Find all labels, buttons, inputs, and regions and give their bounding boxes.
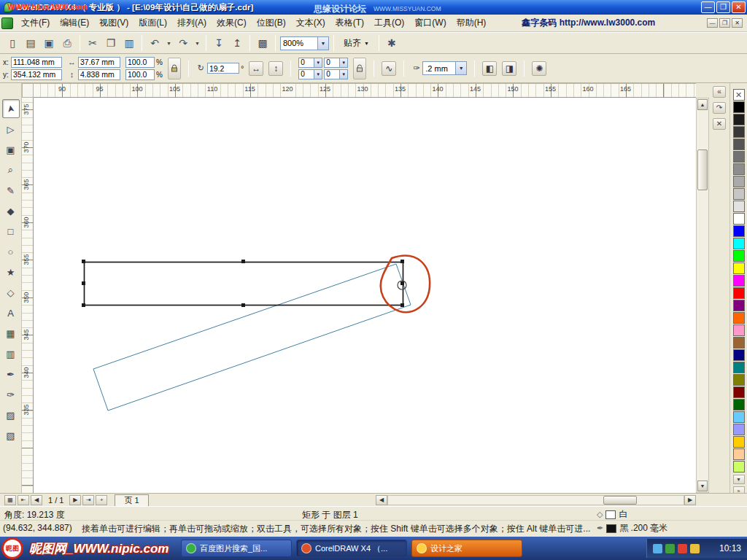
rotation-angle-input[interactable] bbox=[207, 63, 239, 74]
crop-tool[interactable]: ▣ bbox=[2, 140, 20, 159]
fill-tool[interactable]: ▨ bbox=[2, 405, 20, 424]
color-swatch[interactable] bbox=[733, 238, 745, 249]
cut-button[interactable]: ✂ bbox=[85, 35, 101, 51]
teardrop-shape[interactable] bbox=[381, 256, 430, 312]
new-button[interactable]: ▯ bbox=[4, 35, 20, 51]
color-swatch[interactable] bbox=[733, 101, 745, 113]
menu-item[interactable]: 版面(L) bbox=[133, 15, 172, 31]
undo-dropdown[interactable]: ▼ bbox=[165, 35, 173, 51]
previous-page-button[interactable]: ◀ bbox=[31, 495, 42, 505]
options-button[interactable]: ✱ bbox=[384, 35, 400, 51]
zoom-level-combo[interactable]: ▼ bbox=[280, 36, 329, 50]
taskbar-button[interactable]: 百度图片搜索_国... bbox=[181, 540, 292, 557]
object-height-input[interactable] bbox=[78, 69, 120, 80]
docker-roll-button[interactable]: ↷ bbox=[713, 102, 726, 114]
edit-text-button[interactable]: ◨ bbox=[502, 61, 516, 76]
smart-fill-tool[interactable]: ◆ bbox=[2, 201, 20, 220]
outline-width-dropdown-icon[interactable]: ▼ bbox=[455, 62, 466, 74]
redo-button[interactable]: ↷ bbox=[175, 35, 191, 51]
menu-item[interactable]: 工具(O) bbox=[369, 15, 409, 31]
zoom-dropdown-icon[interactable]: ▼ bbox=[317, 37, 328, 50]
snap-dropdown[interactable]: 贴齐 ▼ bbox=[338, 35, 374, 51]
tray-icon[interactable] bbox=[690, 544, 700, 553]
color-swatch[interactable] bbox=[733, 250, 745, 262]
import-button[interactable]: ↧ bbox=[211, 35, 227, 51]
menu-item[interactable]: 视图(V) bbox=[94, 15, 133, 31]
color-swatch[interactable] bbox=[733, 275, 745, 287]
corner-br-spinner[interactable]: ▼ bbox=[339, 70, 347, 79]
color-swatch[interactable] bbox=[733, 287, 745, 299]
taskbar-button[interactable]: CorelDRAW X4 （... bbox=[296, 540, 407, 557]
corner-tr-input[interactable] bbox=[325, 58, 339, 67]
object-width-input[interactable] bbox=[78, 57, 120, 68]
color-swatch[interactable] bbox=[733, 362, 745, 373]
color-swatch[interactable] bbox=[733, 312, 745, 324]
polygon-tool[interactable]: ★ bbox=[2, 262, 20, 281]
no-color-swatch[interactable] bbox=[733, 89, 745, 101]
open-button[interactable]: ▤ bbox=[23, 35, 39, 51]
next-page-button[interactable]: ▶ bbox=[69, 495, 81, 505]
rectangle-tool[interactable]: □ bbox=[2, 222, 20, 241]
save-button[interactable]: ▣ bbox=[41, 35, 57, 51]
add-page-button[interactable]: + bbox=[96, 495, 107, 505]
tray-icon[interactable] bbox=[678, 544, 687, 553]
outline-pen-tool[interactable]: ✑ bbox=[2, 385, 20, 404]
x-position-input[interactable] bbox=[11, 57, 62, 68]
ruler-origin-box[interactable] bbox=[22, 83, 34, 98]
corner-bl-input[interactable] bbox=[299, 70, 314, 79]
menu-item[interactable]: 表格(T) bbox=[330, 15, 369, 31]
scale-lock-button[interactable] bbox=[168, 58, 181, 79]
outline-width-combo[interactable]: ▼ bbox=[422, 61, 467, 75]
tray-icon[interactable] bbox=[665, 544, 675, 553]
close-button[interactable]: ✕ bbox=[732, 1, 746, 13]
color-swatch[interactable] bbox=[733, 399, 745, 411]
color-swatch[interactable] bbox=[733, 324, 745, 336]
corner-tl-spinner[interactable]: ▼ bbox=[314, 58, 322, 67]
menu-item[interactable]: 文本(X) bbox=[291, 15, 330, 31]
text-tool[interactable]: A bbox=[2, 303, 20, 322]
shape-tool[interactable]: ▷ bbox=[2, 120, 20, 139]
freehand-tool[interactable]: ✎ bbox=[2, 181, 20, 200]
color-swatch[interactable] bbox=[733, 163, 745, 175]
selected-rectangle[interactable] bbox=[85, 262, 403, 306]
horizontal-scroll-thumb[interactable] bbox=[603, 496, 637, 505]
table-tool[interactable]: ▦ bbox=[2, 324, 20, 343]
corner-bl-spinner[interactable]: ▼ bbox=[314, 70, 322, 79]
color-swatch[interactable] bbox=[733, 436, 745, 448]
corner-tl-input[interactable] bbox=[299, 58, 314, 67]
convert-to-curves-button[interactable]: ∿ bbox=[382, 61, 396, 76]
zoom-tool[interactable]: ⌕ bbox=[2, 160, 20, 179]
vertical-ruler[interactable]: 375370365360355350345340335 bbox=[22, 98, 34, 493]
doc-minimize-button[interactable]: — bbox=[707, 18, 718, 28]
export-button[interactable]: ↥ bbox=[229, 35, 245, 51]
color-swatch[interactable] bbox=[733, 176, 745, 187]
menu-item[interactable]: 效果(C) bbox=[212, 15, 252, 31]
scroll-up-arrow[interactable]: ▲ bbox=[697, 99, 708, 110]
interactive-fill-tool[interactable]: ▧ bbox=[2, 426, 20, 445]
eyedropper-tool[interactable]: ✒ bbox=[2, 365, 20, 384]
color-swatch[interactable] bbox=[733, 114, 745, 125]
minimize-button[interactable]: — bbox=[701, 1, 715, 13]
redo-dropdown[interactable]: ▼ bbox=[193, 35, 201, 51]
page-sorter-button[interactable]: ▦ bbox=[4, 495, 16, 505]
scroll-right-arrow[interactable]: ▶ bbox=[684, 495, 696, 505]
corner-br-input[interactable] bbox=[325, 70, 339, 79]
menu-item[interactable]: 编辑(E) bbox=[55, 15, 94, 31]
color-swatch[interactable] bbox=[733, 300, 745, 311]
color-swatch[interactable] bbox=[733, 349, 745, 361]
vertical-scroll-thumb[interactable] bbox=[697, 149, 708, 190]
color-swatch[interactable] bbox=[733, 139, 745, 150]
vertical-scrollbar[interactable]: ▲ ▼ bbox=[696, 98, 709, 493]
paste-button[interactable]: ▥ bbox=[121, 35, 137, 51]
scale-x-input[interactable] bbox=[125, 57, 155, 68]
page-tab[interactable]: 页 1 bbox=[115, 494, 148, 506]
menu-item[interactable]: 窗口(W) bbox=[409, 15, 451, 31]
corner-tr-spinner[interactable]: ▼ bbox=[339, 58, 347, 67]
pick-tool[interactable]: ➤ bbox=[2, 99, 20, 118]
palette-scroll-down-button[interactable]: ▼ bbox=[733, 475, 745, 484]
horizontal-scrollbar[interactable] bbox=[387, 495, 684, 505]
object-properties-button[interactable]: ✺ bbox=[532, 61, 546, 76]
basic-shapes-tool[interactable]: ◇ bbox=[2, 283, 20, 302]
color-swatch[interactable] bbox=[733, 151, 745, 163]
mirror-vertical-button[interactable]: ↕ bbox=[268, 61, 283, 76]
